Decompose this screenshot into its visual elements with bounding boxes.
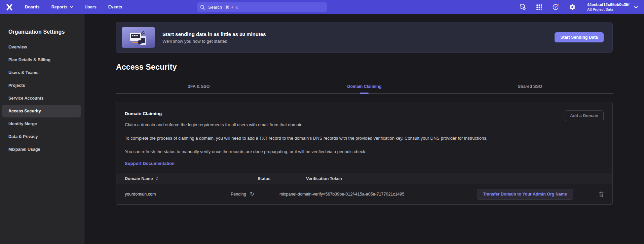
nav-item-boards[interactable]: Boards bbox=[24, 3, 41, 11]
sidebar-item-data-privacy[interactable]: Data & Privacy bbox=[2, 130, 81, 143]
nav-item-events[interactable]: Events bbox=[107, 3, 124, 11]
org-scope: All Project Data bbox=[587, 7, 630, 12]
tab-2fa-sso[interactable]: 2FA & SSO bbox=[116, 84, 281, 93]
table-row: yourdomain.com Pending ↻ mixpanel-domain… bbox=[116, 184, 612, 204]
global-search-input[interactable]: Search ⌘ + K bbox=[197, 2, 327, 12]
org-id: 44eebad12c65eb0c35f bbox=[587, 2, 630, 7]
card-description-3: You can refresh the status to manually v… bbox=[125, 148, 515, 155]
sidebar-item-mixpanel-usage[interactable]: Mixpanel Usage bbox=[2, 143, 81, 156]
navbar-right-actions: ? 44eebad12c65eb0c35f All Project Data bbox=[519, 0, 638, 14]
banner-illustration bbox=[122, 27, 155, 48]
search-icon bbox=[200, 5, 205, 10]
column-header-status: Status bbox=[231, 176, 270, 181]
primary-nav: Boards Reports Users Events bbox=[24, 3, 123, 11]
settings-gear-icon[interactable] bbox=[569, 3, 576, 11]
sidebar-item-plan-details-billing[interactable]: Plan Details & Billing bbox=[2, 54, 81, 66]
support-documentation-link[interactable]: Support Documentation → bbox=[125, 161, 180, 166]
nav-item-label: Users bbox=[85, 5, 97, 9]
verification-token-cell: mixpanel-domain-verify=567b39be-012f-415… bbox=[279, 192, 404, 197]
sidebar-item-identity-merge[interactable]: Identity Merge bbox=[2, 117, 81, 130]
org-settings-sidebar: Organization Settings Overview Plan Deta… bbox=[0, 14, 84, 244]
onboarding-banner: Start sending data in as little as 20 mi… bbox=[116, 22, 613, 53]
transfer-domain-button[interactable]: Transfer Domain to Your Admin Org Name bbox=[477, 189, 573, 200]
nav-item-reports[interactable]: Reports bbox=[50, 3, 74, 11]
card-description-1: Claim a domain and enforce the login req… bbox=[125, 121, 515, 129]
sort-icon[interactable] bbox=[156, 177, 159, 181]
start-sending-data-button[interactable]: Start Sending Data bbox=[555, 32, 604, 42]
sidebar-nav: Overview Plan Details & Billing Users & … bbox=[0, 41, 84, 156]
nav-item-users[interactable]: Users bbox=[83, 3, 98, 11]
nav-item-label: Reports bbox=[51, 5, 68, 9]
svg-text:?: ? bbox=[555, 5, 557, 9]
banner-subtitle: We'll show you how to get started bbox=[162, 39, 266, 44]
banner-title: Start sending data in as little as 20 mi… bbox=[162, 31, 266, 37]
sidebar-item-service-accounts[interactable]: Service Accounts bbox=[2, 92, 81, 105]
domain-name-cell: yourdomain.com bbox=[125, 192, 156, 197]
page-title: Access Security bbox=[116, 63, 613, 72]
banner-text: Start sending data in as little as 20 mi… bbox=[162, 31, 266, 44]
chevron-down-icon bbox=[70, 6, 73, 8]
card-title: Domain Claiming bbox=[125, 111, 604, 116]
notification-dot bbox=[557, 4, 559, 6]
chevron-down-icon bbox=[634, 6, 638, 8]
search-shortcut: ⌘ + K bbox=[225, 5, 238, 10]
table-header-row: Domain Name Status Verification Token bbox=[116, 173, 612, 184]
nav-item-label: Boards bbox=[25, 5, 40, 9]
tab-domain-claiming[interactable]: Domain Claiming bbox=[281, 84, 447, 93]
delete-domain-icon[interactable] bbox=[599, 191, 604, 197]
tab-shared-sso[interactable]: Shared SSO bbox=[447, 84, 613, 93]
data-management-icon[interactable] bbox=[519, 3, 527, 11]
sidebar-item-access-security[interactable]: Access Security bbox=[2, 105, 81, 117]
mixpanel-logo-icon[interactable] bbox=[4, 2, 14, 12]
column-header-verification-token: Verification Token bbox=[279, 176, 342, 181]
sidebar-item-overview[interactable]: Overview bbox=[2, 41, 81, 54]
column-header-domain-name: Domain Name bbox=[125, 176, 153, 181]
status-badge: Pending bbox=[231, 192, 246, 197]
refresh-status-icon[interactable]: ↻ bbox=[250, 191, 254, 197]
help-icon[interactable]: ? bbox=[552, 3, 560, 11]
card-description-2: To complete the process of claiming a do… bbox=[125, 135, 515, 142]
domains-table: Domain Name Status Verification Token yo… bbox=[116, 173, 612, 204]
domain-claiming-card: Domain Claiming Add a Domain Claim a dom… bbox=[116, 102, 613, 205]
sidebar-item-users-teams[interactable]: Users & Teams bbox=[2, 66, 81, 79]
top-navbar: Boards Reports Users Events Search ⌘ + K bbox=[0, 0, 644, 14]
nav-item-label: Events bbox=[108, 5, 122, 9]
main-content: Start sending data in as little as 20 mi… bbox=[84, 14, 644, 244]
sidebar-title: Organization Settings bbox=[0, 29, 84, 35]
search-label: Search bbox=[208, 5, 222, 10]
add-domain-button[interactable]: Add a Domain bbox=[565, 110, 604, 121]
apps-grid-icon[interactable] bbox=[536, 3, 543, 11]
org-switcher[interactable]: 44eebad12c65eb0c35f All Project Data bbox=[587, 2, 638, 12]
access-security-tabs: 2FA & SSO Domain Claiming Shared SSO bbox=[116, 84, 613, 94]
sidebar-item-projects[interactable]: Projects bbox=[2, 79, 81, 92]
